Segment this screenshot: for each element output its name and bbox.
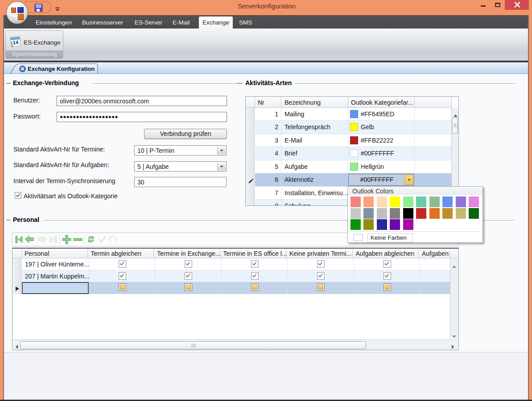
svg-text:14: 14: [12, 39, 19, 45]
